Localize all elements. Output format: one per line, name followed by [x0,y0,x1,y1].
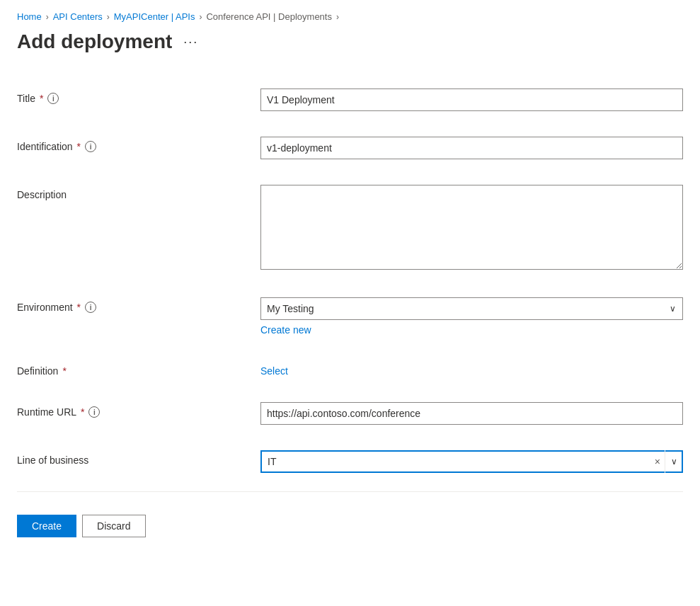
environment-select[interactable]: My Testing Production Staging Developmen… [260,297,683,320]
runtime-url-required-marker: * [81,406,84,418]
identification-label-col: Identification * i [17,137,243,152]
runtime-url-row: Runtime URL * i [17,389,683,438]
breadcrumb-sep-2: › [107,12,110,22]
line-of-business-field-col: IT × ∨ [260,450,683,473]
runtime-url-input[interactable] [260,402,683,425]
line-of-business-label: Line of business [17,455,243,466]
form-divider [17,491,683,492]
identification-label: Identification * i [17,141,243,152]
page-title: Add deployment [17,30,172,53]
definition-field-col: Select [260,361,683,377]
title-row: Title * i [17,76,683,124]
description-label-text: Description [17,189,67,200]
description-label-col: Description [17,185,243,200]
title-required-marker: * [40,93,43,104]
identification-required-marker: * [77,141,81,152]
definition-label-text: Definition [17,365,58,377]
breadcrumb-sep-3: › [199,12,202,22]
runtime-url-label: Runtime URL * i [17,406,243,418]
line-of-business-row: Line of business IT × ∨ [17,438,683,486]
title-input[interactable] [260,88,683,111]
description-field-col [260,185,683,272]
runtime-url-label-col: Runtime URL * i [17,402,243,418]
title-field-col [260,88,683,111]
action-buttons: Create Discard [17,498,683,537]
title-label: Title * i [17,93,243,104]
runtime-url-field-col [260,402,683,425]
description-textarea[interactable] [260,185,683,270]
more-options-button[interactable]: ··· [179,32,202,52]
identification-input[interactable] [260,137,683,159]
environment-wrapper: My Testing Production Staging Developmen… [260,297,683,336]
page-title-row: Add deployment ··· [17,30,683,53]
description-label: Description [17,189,243,200]
line-of-business-chevron-button[interactable]: ∨ [665,450,683,473]
discard-button[interactable]: Discard [82,515,145,537]
environment-required-marker: * [77,302,81,313]
environment-label-col: Environment * i [17,297,243,313]
identification-info-icon[interactable]: i [85,141,96,152]
environment-row: Environment * i My Testing Production St… [17,285,683,348]
line-of-business-multiselect-wrapper: IT × ∨ [260,450,683,473]
definition-row: Definition * Select [17,348,683,389]
runtime-url-info-icon[interactable]: i [88,406,100,418]
title-label-text: Title [17,93,35,104]
breadcrumb-sep-1: › [46,12,49,22]
environment-label-text: Environment [17,302,73,313]
description-row: Description [17,172,683,285]
form-container: Title * i Identification * i [17,76,683,537]
definition-label-col: Definition * [17,361,243,377]
environment-field-col: My Testing Production Staging Developmen… [260,297,683,336]
runtime-url-label-text: Runtime URL [17,406,76,418]
breadcrumb-conference-api: Conference API | Deployments [206,11,332,22]
definition-select-link[interactable]: Select [260,361,288,377]
breadcrumb-home[interactable]: Home [17,11,42,22]
identification-row: Identification * i [17,124,683,172]
definition-label: Definition * [17,365,243,377]
environment-info-icon[interactable]: i [85,302,96,313]
breadcrumb-sep-4: › [336,12,339,22]
create-new-link[interactable]: Create new [260,324,683,336]
line-of-business-input-display[interactable]: IT [260,450,683,473]
identification-label-text: Identification [17,141,73,152]
line-of-business-actions: × ∨ [650,450,683,473]
definition-required-marker: * [62,365,66,377]
page-container: Home › API Centers › MyAPICenter | APIs … [0,0,700,554]
breadcrumb: Home › API Centers › MyAPICenter | APIs … [17,11,683,22]
line-of-business-label-text: Line of business [17,455,88,466]
create-button[interactable]: Create [17,515,76,537]
title-label-col: Title * i [17,88,243,104]
line-of-business-label-col: Line of business [17,450,243,466]
environment-select-wrapper: My Testing Production Staging Developmen… [260,297,683,320]
title-info-icon[interactable]: i [47,93,59,104]
line-of-business-value: IT [268,456,276,467]
environment-label: Environment * i [17,302,243,313]
breadcrumb-api-centers[interactable]: API Centers [53,11,103,22]
identification-field-col [260,137,683,159]
line-of-business-clear-button[interactable]: × [650,450,665,473]
breadcrumb-my-api-center[interactable]: MyAPICenter | APIs [114,11,195,22]
